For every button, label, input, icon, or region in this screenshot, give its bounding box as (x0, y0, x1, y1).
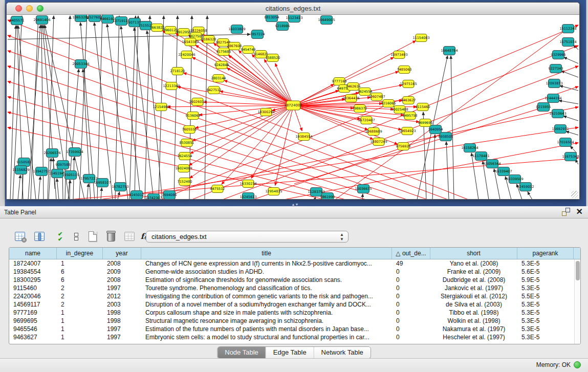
black-edge[interactable] (121, 26, 141, 199)
network-node[interactable]: 10245613 (239, 193, 256, 200)
column-header-in_degree[interactable]: in_degree (57, 248, 103, 259)
network-node[interactable]: 16026013 (189, 98, 206, 106)
network-node[interactable]: 15751074 (559, 38, 576, 47)
table-row[interactable]: 911546021997Tourette syndrome. Phenomeno… (9, 284, 574, 292)
black-edge[interactable] (38, 177, 40, 199)
network-node[interactable]: 9777169 (332, 78, 347, 85)
table-scrollbar[interactable] (574, 259, 580, 344)
table-row[interactable]: 969969511998Structural magnetic resonanc… (9, 317, 574, 325)
network-node[interactable]: 9756928 (396, 143, 411, 150)
network-node[interactable]: 12975165 (400, 80, 417, 88)
network-node[interactable]: 17016504 (557, 138, 574, 147)
table-row[interactable]: 946362711997Embryonic stem cells: a mode… (9, 333, 574, 341)
network-node[interactable]: 8495758 (403, 112, 418, 120)
red-edge[interactable] (100, 127, 578, 199)
network-node[interactable]: 11154083 (412, 34, 429, 42)
network-node[interactable]: 9699695 (418, 119, 433, 127)
table-row[interactable]: 946554611997Estimation of the future num… (9, 325, 574, 333)
red-edge[interactable] (284, 143, 578, 199)
table-mode-button[interactable] (13, 230, 27, 243)
network-node[interactable]: 16033809 (228, 25, 245, 34)
network-node[interactable]: 18300295 (257, 108, 274, 116)
network-node[interactable]: 9405571 (10, 16, 25, 25)
network-node[interactable]: 8813054 (265, 15, 279, 22)
network-node[interactable]: 15112248 (559, 25, 576, 33)
network-node[interactable]: 8938505 (439, 133, 453, 141)
network-node[interactable]: 8215955 (536, 103, 551, 112)
network-node[interactable]: 9861990 (320, 193, 335, 200)
tab-node-table[interactable]: Node Table (217, 347, 266, 358)
network-node[interactable]: 7152480 (178, 178, 192, 186)
network-node[interactable]: 10688609 (365, 128, 382, 136)
network-node[interactable]: 20053346 (72, 60, 89, 69)
delete-table-button[interactable] (123, 230, 136, 243)
network-node[interactable]: 7857224 (250, 30, 265, 39)
column-header-name[interactable]: name (9, 248, 57, 259)
network-node[interactable]: 11156829 (12, 166, 29, 174)
network-node[interactable]: 7624554 (178, 152, 192, 160)
table-row[interactable]: 1872400712008Changes of HCN gene express… (9, 259, 574, 268)
window-resize-grip[interactable] (571, 191, 578, 198)
black-edge[interactable] (561, 71, 578, 77)
black-edge[interactable] (101, 188, 102, 199)
network-node[interactable]: 16158264 (461, 144, 478, 152)
network-node[interactable]: 12213349 (163, 82, 180, 90)
network-node[interactable]: 8216065 (381, 100, 396, 107)
network-node[interactable]: 9097588 (56, 161, 71, 169)
split-pane-divider[interactable]: ▲▼ (292, 203, 297, 206)
black-edge[interactable] (87, 184, 89, 199)
scrollbar-thumb[interactable] (576, 261, 580, 280)
network-node[interactable]: 12154983 (153, 103, 169, 111)
black-edge[interactable] (57, 179, 59, 199)
black-edge[interactable] (134, 28, 154, 199)
network-node[interactable]: 16782753 (112, 183, 128, 191)
network-node[interactable]: 16210643 (549, 110, 566, 118)
network-node[interactable]: 9175685 (216, 48, 231, 56)
network-node[interactable]: 17359924 (66, 148, 83, 157)
column-header-out_de[interactable]: △ out_de... (392, 248, 430, 259)
network-node[interactable]: 9242848 (214, 61, 229, 69)
network-node[interactable]: 8475512 (210, 185, 225, 193)
network-node[interactable]: 16339407 (495, 167, 512, 176)
black-edge[interactable] (563, 116, 578, 121)
network-node[interactable]: 9463627 (401, 97, 416, 104)
window-titlebar[interactable]: citations_edges.txt (7, 3, 579, 15)
network-node[interactable]: 9136063 (186, 112, 201, 120)
table-row[interactable]: 2242004622012Investigating the contribut… (9, 292, 574, 300)
table-row[interactable]: 977716911998Corpus callosum shape and si… (9, 309, 574, 317)
network-node[interactable]: 7694086 (162, 191, 177, 200)
black-edge[interactable] (174, 16, 178, 199)
network-node[interactable]: 15123413 (286, 15, 302, 23)
network-node[interactable]: 11178481 (472, 152, 489, 161)
network-node[interactable]: 7986372 (353, 105, 367, 113)
delete-column-button[interactable] (104, 230, 118, 243)
new-column-button[interactable] (86, 230, 99, 243)
tab-network-table[interactable]: Network Table (314, 347, 371, 358)
network-node[interactable]: 20691406 (33, 16, 50, 25)
network-canvas[interactable]: 9405571206914061065328715276026466160107… (7, 15, 579, 199)
table-row[interactable]: 1456911722003Disruption of a novel membe… (9, 300, 574, 309)
network-node[interactable]: 13505115 (62, 171, 79, 180)
column-header-year[interactable]: year (103, 248, 141, 259)
close-panel-icon[interactable]: ✕ (576, 208, 583, 216)
network-node[interactable]: 8960123 (163, 27, 178, 34)
network-node[interactable]: 10339509 (506, 175, 523, 184)
network-node[interactable]: 9115460 (416, 103, 430, 111)
black-edge[interactable] (115, 16, 119, 199)
black-edge[interactable] (564, 57, 578, 63)
black-edge[interactable] (18, 175, 20, 199)
network-node[interactable]: 7605551 (182, 126, 197, 134)
network-node[interactable]: 15692971 (552, 125, 569, 134)
network-node[interactable]: 2718120 (170, 68, 185, 75)
network-node[interactable]: 12954835 (265, 188, 282, 195)
network-node[interactable]: 16648784 (441, 47, 458, 55)
black-edge[interactable] (107, 24, 128, 199)
network-node[interactable]: 12459012 (517, 183, 534, 191)
network-node[interactable]: 2803144 (211, 75, 226, 82)
black-edge[interactable] (559, 100, 578, 104)
network-node[interactable]: 9245012 (129, 191, 144, 200)
network-node[interactable]: 11675348 (562, 152, 579, 161)
black-edge[interactable] (446, 142, 449, 199)
table-row[interactable]: 1830029562008Estimation of significance … (9, 276, 574, 284)
network-node[interactable]: 10742307 (145, 194, 162, 200)
